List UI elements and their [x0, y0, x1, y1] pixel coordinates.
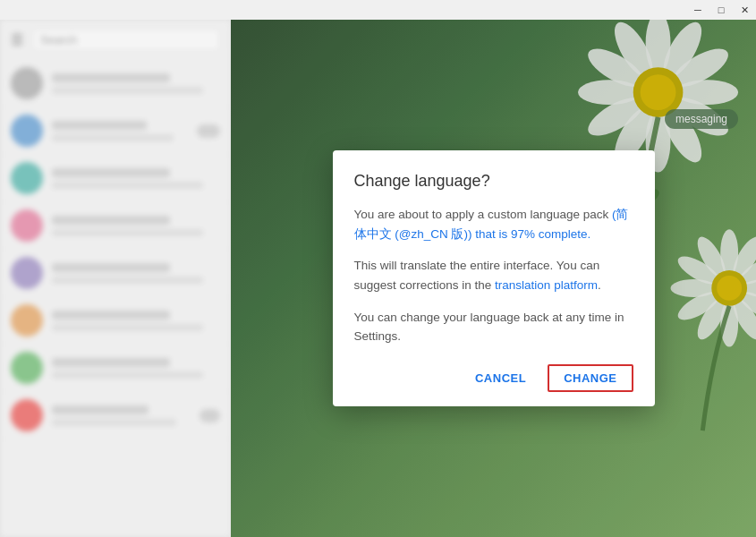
item-message	[52, 134, 174, 141]
item-message	[52, 229, 203, 236]
item-name	[52, 358, 170, 367]
item-message	[52, 87, 203, 94]
item-info	[52, 216, 220, 236]
change-language-dialog: Change language? You are about to apply …	[333, 150, 655, 406]
sidebar-list: -32	[0, 60, 231, 537]
dialog-body-3: You can change your language back at any…	[354, 308, 633, 346]
item-name	[52, 216, 170, 225]
sidebar-header: ☰ Search	[0, 20, 231, 60]
avatar	[11, 67, 43, 99]
avatar	[11, 257, 43, 289]
hamburger-icon[interactable]: ☰	[11, 31, 23, 48]
item-name	[52, 73, 170, 82]
search-input[interactable]: Search	[32, 29, 220, 51]
avatar	[11, 209, 43, 242]
title-bar-controls: ─ □ ✕	[686, 0, 756, 20]
list-item[interactable]	[0, 345, 231, 392]
maximize-button[interactable]: □	[709, 0, 733, 20]
avatar	[11, 399, 43, 431]
item-info	[52, 73, 220, 94]
list-item[interactable]	[0, 297, 231, 345]
item-info	[52, 121, 188, 141]
app-container: ☰ Search -32	[0, 20, 756, 537]
dialog-body-1: You are about to apply a custom language…	[354, 205, 633, 243]
unread-badge: -32	[197, 124, 220, 138]
translation-platform-link[interactable]: translation platform	[495, 278, 598, 292]
main-area: messaging Change language? You are about…	[231, 20, 756, 537]
avatar	[11, 162, 43, 194]
cancel-button[interactable]: CANCEL	[461, 364, 540, 392]
list-item[interactable]: -32	[0, 107, 231, 155]
item-info	[52, 263, 220, 284]
item-message	[52, 324, 203, 331]
item-message	[52, 277, 203, 284]
change-button[interactable]: CHANGE	[548, 364, 633, 392]
dialog-body-2: This will translate the entire interface…	[354, 256, 633, 294]
avatar	[11, 115, 43, 147]
body2-text2: .	[598, 278, 601, 292]
item-message	[52, 371, 203, 379]
item-name	[52, 311, 170, 320]
title-bar: ─ □ ✕	[0, 0, 756, 20]
item-message	[52, 419, 176, 426]
item-name	[52, 121, 147, 130]
modal-overlay: Change language? You are about to apply …	[231, 20, 756, 537]
language-pack-highlight: (简体中文 (@zh_CN 版)) that is 97% complete.	[354, 208, 629, 241]
minimize-button[interactable]: ─	[686, 0, 709, 20]
item-info	[52, 405, 191, 426]
dialog-actions: CANCEL CHANGE	[354, 364, 633, 392]
item-name	[52, 405, 149, 414]
list-item[interactable]	[0, 155, 231, 202]
item-info	[52, 358, 220, 379]
item-info	[52, 168, 220, 189]
item-message	[52, 182, 203, 189]
list-item[interactable]	[0, 60, 231, 107]
unread-badge: 11	[200, 409, 220, 422]
list-item[interactable]	[0, 202, 231, 250]
avatar	[11, 304, 43, 337]
item-info	[52, 311, 220, 331]
dialog-title: Change language?	[354, 172, 633, 191]
item-name	[52, 168, 170, 177]
list-item[interactable]	[0, 250, 231, 297]
sidebar: ☰ Search -32	[0, 20, 231, 537]
close-button[interactable]: ✕	[733, 0, 756, 20]
avatar	[11, 352, 43, 384]
item-name	[52, 263, 170, 272]
list-item[interactable]: 11	[0, 392, 231, 439]
